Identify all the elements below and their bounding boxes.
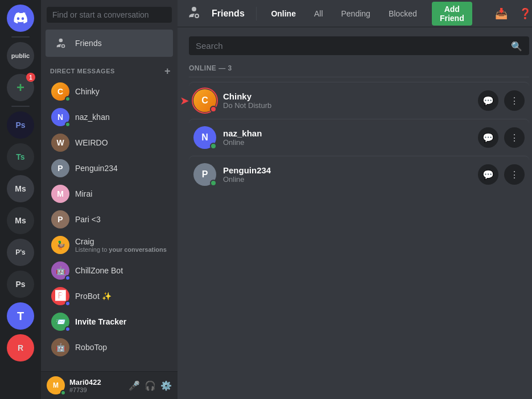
header-friends-icon [187, 6, 200, 22]
dm-item-naz-khan[interactable]: N naz_khan [46, 105, 173, 130]
tab-online[interactable]: Online [267, 7, 299, 20]
friend-avatar-naz-khan: N [193, 126, 216, 149]
dm-name-robotop: RoboTop [75, 343, 107, 352]
friend-info-naz-khan: naz_khan Online [223, 128, 478, 147]
dm-item-penguin234[interactable]: P Penguin234 [46, 156, 173, 181]
message-button-chinky[interactable]: 💬 [478, 90, 498, 111]
add-friend-button[interactable]: Add Friend [432, 2, 472, 26]
dm-avatar-craig: 🦆 [51, 236, 69, 254]
friend-info-chinky: Chinky Do Not Disturb [223, 92, 478, 110]
deafen-button[interactable]: 🎧 [145, 380, 156, 391]
more-button-penguin234[interactable]: ⋮ [504, 164, 525, 185]
new-dm-button[interactable]: + [164, 66, 171, 76]
friend-actions-naz-khan: 💬 ⋮ [478, 127, 525, 148]
friend-row-wrapper-chinky: C Chinky Do Not Disturb 💬 ⋮ ➤ [189, 82, 529, 119]
status-dot-probot [65, 301, 71, 306]
online-header: ONLINE — 3 [189, 64, 529, 77]
friend-row-naz-khan[interactable]: N naz_khan Online 💬 ⋮ [189, 119, 529, 156]
friend-actions-penguin234: 💬 ⋮ [478, 164, 525, 185]
status-dot-chinky [65, 96, 71, 102]
header-divider [256, 7, 257, 20]
mute-button[interactable]: 🎤 [129, 380, 140, 391]
server-icon-ms2[interactable]: Ms [7, 207, 34, 234]
dm-avatar-invite-tracker: 📨 [51, 313, 69, 331]
home-button[interactable] [7, 5, 34, 32]
search-bar [41, 0, 178, 30]
dm-item-invite-tracker[interactable]: 📨 Invite Tracker [46, 309, 173, 334]
dm-name-probot: ProBot ✨ [75, 292, 112, 301]
user-avatar: M [47, 376, 65, 394]
server-icon-public[interactable]: public [7, 42, 34, 69]
user-status-dot [60, 390, 66, 396]
search-input[interactable] [189, 36, 529, 55]
settings-button[interactable]: ⚙️ [160, 380, 172, 391]
user-controls: 🎤 🎧 ⚙️ [129, 380, 172, 391]
dm-avatar-pari: P [51, 210, 69, 228]
friend-row-chinky[interactable]: C Chinky Do Not Disturb 💬 ⋮ [189, 82, 529, 119]
server-icon-ps[interactable]: Ps [7, 111, 34, 139]
arrow-indicator: ➤ [180, 94, 189, 107]
dm-item-pari[interactable]: P Pari <3 [46, 207, 173, 232]
message-button-penguin234[interactable]: 💬 [478, 164, 498, 185]
tab-blocked[interactable]: Blocked [385, 7, 420, 20]
message-button-naz-khan[interactable]: 💬 [478, 127, 498, 148]
status-dot-naz-khan [65, 122, 71, 127]
help-button[interactable]: ❓ [519, 7, 531, 20]
header-title: Friends [212, 9, 245, 19]
server-icon-ps3[interactable]: Ps [7, 271, 34, 298]
friend-status-chinky: Do Not Disturb [223, 101, 478, 110]
dm-avatar-naz-khan: N [51, 108, 69, 126]
dm-name-naz-khan: naz_khan [75, 113, 110, 122]
dm-item-weirdo[interactable]: W WEIRDO [46, 130, 173, 155]
friend-actions-chinky: 💬 ⋮ [478, 90, 525, 111]
server-icon-ms1[interactable]: Ms [7, 175, 34, 202]
friend-status-penguin234: Online [223, 175, 478, 184]
dm-section-header: Direct Messages + [41, 57, 178, 78]
dm-name-penguin234: Penguin234 [75, 164, 118, 173]
search-row: 🔍 [189, 36, 529, 55]
dm-item-chinky[interactable]: C Chinky [46, 79, 173, 104]
user-name: Mari0422 [69, 378, 124, 386]
dm-sidebar: Friends Direct Messages + C Chinky N naz… [41, 0, 178, 399]
user-info: Mari0422 #7739 [69, 378, 124, 393]
tab-all[interactable]: All [311, 7, 327, 20]
search-icon: 🔍 [511, 40, 522, 51]
search-input[interactable] [47, 7, 172, 23]
friend-row-penguin234[interactable]: P Penguin234 Online 💬 ⋮ [189, 156, 529, 193]
friend-name-naz-khan: naz_khan [223, 128, 478, 138]
dm-avatar-mirai: M [51, 185, 69, 203]
user-area: M Mari0422 #7739 🎤 🎧 ⚙️ [41, 371, 178, 399]
friend-avatar-penguin234: P [193, 163, 216, 186]
friend-name-penguin234: Penguin234 [223, 165, 478, 175]
dm-item-craig[interactable]: 🦆 Craig Listening to your conversations [46, 232, 173, 257]
dm-item-probot[interactable]: 🅿 ProBot ✨ [46, 284, 173, 309]
dm-item-chillzone[interactable]: 🤖 ChillZone Bot [46, 258, 173, 283]
server-icon-t[interactable]: T [7, 302, 34, 330]
friend-info-penguin234: Penguin234 Online [223, 165, 478, 184]
dm-avatar-probot: 🅿 [51, 287, 69, 305]
inbox-button[interactable]: 📥 [495, 7, 508, 20]
more-button-chinky[interactable]: ⋮ [504, 90, 525, 111]
tab-pending[interactable]: Pending [338, 7, 374, 20]
dm-item-mirai[interactable]: M Mirai [46, 181, 173, 206]
dm-name-invite-tracker: Invite Tracker [75, 317, 126, 326]
friend-status-dot-penguin234 [210, 180, 217, 186]
dm-item-robotop[interactable]: 🤖 RoboTop [46, 335, 173, 360]
server-icon-ts[interactable]: Ts [7, 143, 34, 171]
friends-area: 🔍 ONLINE — 3 C Chinky Do Not Disturb 💬 ⋮ [178, 27, 532, 399]
server-icon-r[interactable]: R [7, 334, 34, 361]
dm-name-chillzone: ChillZone Bot [75, 266, 123, 275]
dm-name-mirai: Mirai [75, 189, 92, 198]
dm-subtitle-craig: Listening to your conversations [75, 246, 167, 253]
dm-name-pari: Pari <3 [75, 215, 101, 224]
more-button-naz-khan[interactable]: ⋮ [504, 127, 525, 148]
add-server-button[interactable]: + 1 [7, 74, 34, 101]
main-content: Friends Online All Pending Blocked Add F… [178, 0, 532, 399]
friends-nav-item[interactable]: Friends [46, 30, 173, 57]
dm-name-chinky: Chinky [75, 87, 100, 96]
server-icon-ps2[interactable]: P's [7, 239, 34, 266]
dm-name-weirdo: WEIRDO [75, 138, 108, 147]
main-header: Friends Online All Pending Blocked Add F… [178, 0, 532, 27]
friends-label: Friends [75, 39, 102, 48]
server-divider [11, 36, 30, 38]
